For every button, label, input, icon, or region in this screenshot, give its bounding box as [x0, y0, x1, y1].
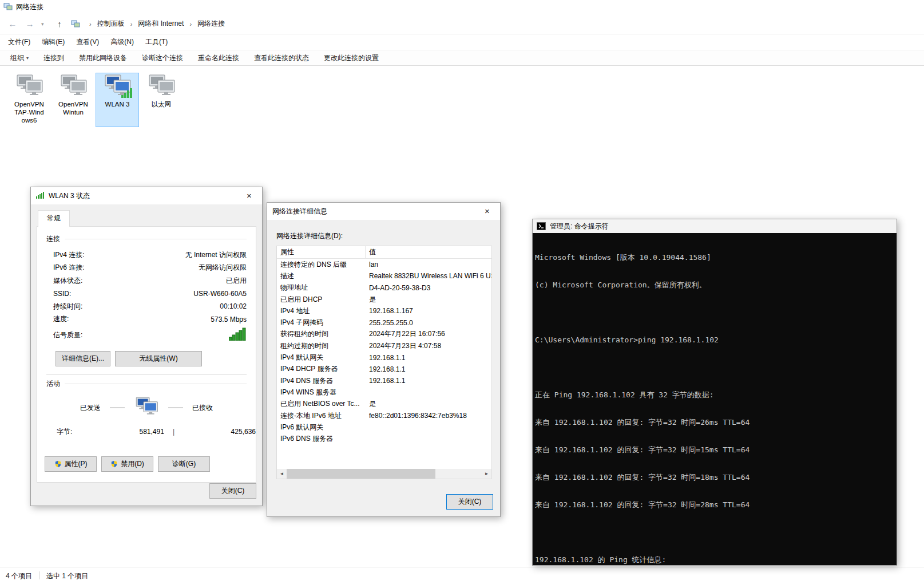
command-prompt-window: 管理员: 命令提示符 Microsoft Windows [版本 10.0.19… — [532, 219, 897, 566]
wlan-status-dialog: WLAN 3 状态 × 常规 连接 IPv4 连接: 无 Internet 访问… — [30, 187, 263, 506]
row-label: IPv4 连接: — [53, 250, 85, 260]
console-line: 来自 192.168.1.102 的回复: 字节=32 时间=18ms TTL=… — [535, 473, 897, 482]
scroll-right-icon[interactable]: ► — [482, 469, 491, 479]
detail-row-physical-address[interactable]: 物理地址D4-AD-20-59-38-D3 — [277, 282, 491, 294]
breadcrumb-control-panel[interactable]: 控制面板 — [96, 18, 126, 30]
menu-advanced[interactable]: 高级(N) — [110, 37, 134, 47]
activity-row: 已发送 已接收 — [37, 394, 256, 421]
detail-row-subnet-mask[interactable]: IPv4 子网掩码255.255.255.0 — [277, 317, 491, 328]
tab-strip: 常规 — [37, 210, 256, 227]
adapter-ethernet[interactable]: 以太网 — [140, 73, 183, 127]
detail-row-description[interactable]: 描述Realtek 8832BU Wireless LAN WiFi 6 US — [277, 270, 491, 282]
diagnose-label: 诊断(G) — [172, 459, 196, 469]
signal-bars-icon — [36, 191, 45, 200]
close-icon[interactable]: × — [236, 187, 262, 204]
disable-button[interactable]: 禁用(D) — [101, 456, 153, 472]
tab-general[interactable]: 常规 — [38, 210, 70, 227]
scrollbar-thumb[interactable] — [287, 469, 435, 479]
adapter-wlan3[interactable]: WLAN 3 — [96, 73, 138, 127]
console-line: 正在 Ping 192.168.1.102 具有 32 字节的数据: — [535, 390, 897, 400]
detail-property: IPv6 默认网关 — [277, 423, 366, 432]
detail-row-dns-suffix[interactable]: 连接特定的 DNS 后缀lan — [277, 259, 491, 270]
scroll-left-icon[interactable]: ◄ — [277, 469, 287, 479]
back-button[interactable]: ← — [7, 19, 18, 29]
detail-row-lease-expires[interactable]: 租约过期的时间2024年7月23日 4:07:58 — [277, 340, 491, 352]
change-connection-settings-button[interactable]: 更改此连接的设置 — [324, 53, 379, 63]
breadcrumb-network-connections[interactable]: 网络连接 — [196, 18, 226, 30]
column-property[interactable]: 属性 — [277, 246, 366, 259]
wlan-general-page: 连接 IPv4 连接: 无 Internet 访问权限 IPv6 连接: 无网络… — [37, 226, 256, 483]
detail-row-linklocal-ipv6[interactable]: 连接-本地 IPv6 地址fe80::2d01:1396:8342:7eb3%1… — [277, 410, 491, 421]
column-value[interactable]: 值 — [366, 246, 491, 259]
diagnose-button[interactable]: 诊断(G) — [158, 456, 210, 472]
properties-button[interactable]: 属性(P) — [45, 456, 97, 472]
connection-group-label: 连接 — [46, 234, 60, 244]
horizontal-scrollbar[interactable]: ◄ ► — [277, 469, 491, 479]
dialog-title: 网络连接详细信息 — [272, 207, 327, 216]
wlan-close-button[interactable]: 关闭(C) — [209, 483, 256, 499]
console-output[interactable]: Microsoft Windows [版本 10.0.19044.1586] (… — [533, 233, 897, 565]
bytes-received-value: 425,636 — [183, 428, 256, 436]
connect-to-button[interactable]: 连接到 — [43, 53, 64, 63]
detail-property: 连接-本地 IPv6 地址 — [277, 411, 366, 421]
detail-value: 192.168.1.1 — [366, 377, 491, 385]
detail-row-ipv6-gateway[interactable]: IPv6 默认网关 — [277, 421, 491, 433]
details-button[interactable]: 详细信息(E)... — [55, 351, 110, 366]
disable-device-button[interactable]: 禁用此网络设备 — [79, 53, 127, 63]
detail-property: 获得租约的时间 — [277, 329, 366, 339]
detail-value: 255.255.255.0 — [366, 319, 491, 327]
detail-property: IPv4 DHCP 服务器 — [277, 364, 366, 374]
address-location-icon — [71, 19, 80, 29]
menu-tools[interactable]: 工具(T) — [145, 37, 168, 47]
detail-row-lease-obtained[interactable]: 获得租约的时间2024年7月22日 16:07:56 — [277, 329, 491, 340]
window-titlebar: 网络连接 — [0, 0, 924, 14]
details-field-label: 网络连接详细信息(D): — [276, 231, 500, 241]
detail-row-ipv4-address[interactable]: IPv4 地址192.168.1.167 — [277, 305, 491, 317]
scrollbar-track[interactable] — [287, 469, 482, 479]
disable-label: 禁用(D) — [121, 459, 144, 469]
detail-property: IPv4 DNS 服务器 — [277, 376, 366, 386]
adapter-openvpn-wintun[interactable]: OpenVPNWintun — [52, 73, 94, 127]
menu-view[interactable]: 查看(V) — [76, 37, 99, 47]
row-label: IPv6 连接: — [53, 263, 85, 273]
detail-value: lan — [366, 261, 491, 269]
detail-row-dhcp-enabled[interactable]: 已启用 DHCP是 — [277, 294, 491, 305]
detail-row-netbios[interactable]: 已启用 NetBIOS over Tc...是 — [277, 398, 491, 410]
detail-row-dhcp-server[interactable]: IPv4 DHCP 服务器192.168.1.1 — [277, 364, 491, 375]
adapter-openvpn-tap[interactable]: OpenVPNTAP-Windows6 — [8, 73, 50, 127]
network-adapter-disabled-icon — [14, 92, 44, 100]
adapter-label: WLAN 3 — [96, 100, 138, 108]
sent-label: 已发送 — [80, 403, 101, 413]
close-icon[interactable]: × — [474, 203, 500, 219]
row-value: 00:10:02 — [220, 302, 247, 310]
detail-value: D4-AD-20-59-38-D3 — [366, 284, 491, 292]
rename-connection-button[interactable]: 重命名此连接 — [198, 53, 239, 63]
detail-value: 192.168.1.167 — [366, 307, 491, 315]
ssid-row: SSID: USR-W660-60A5 — [37, 287, 256, 301]
command-bar: 组织 ▾ 连接到 禁用此网络设备 诊断这个连接 重命名此连接 查看此连接的状态 … — [0, 50, 924, 66]
wireless-properties-button[interactable]: 无线属性(W) — [115, 351, 202, 366]
menu-file[interactable]: 文件(F) — [8, 37, 30, 47]
diagnose-connection-button[interactable]: 诊断这个连接 — [142, 53, 183, 63]
ethernet-adapter-icon — [146, 92, 176, 100]
up-button[interactable]: ↑ — [54, 19, 65, 29]
console-line — [535, 363, 897, 372]
connection-details-dialog: 网络连接详细信息 × 网络连接详细信息(D): 属性 值 连接特定的 DNS 后… — [267, 202, 501, 517]
organize-button[interactable]: 组织 ▾ — [10, 53, 29, 63]
detail-row-wins-server[interactable]: IPv4 WINS 服务器 — [277, 386, 491, 398]
detail-row-dns-server[interactable]: IPv4 DNS 服务器192.168.1.1 — [277, 375, 491, 386]
computer-activity-icon — [134, 397, 159, 419]
details-close-button[interactable]: 关闭(C) — [446, 494, 493, 510]
menu-edit[interactable]: 编辑(E) — [42, 37, 65, 47]
breadcrumb-network-internet[interactable]: 网络和 Internet — [137, 18, 185, 30]
view-connection-status-button[interactable]: 查看此连接的状态 — [254, 53, 309, 63]
forward-button[interactable]: → — [24, 19, 35, 29]
detail-row-ipv6-dns[interactable]: IPv6 DNS 服务器 — [277, 433, 491, 444]
detail-row-ipv4-gateway[interactable]: IPv4 默认网关192.168.1.1 — [277, 352, 491, 363]
detail-value: Realtek 8832BU Wireless LAN WiFi 6 US — [366, 272, 491, 280]
history-dropdown-icon[interactable]: ▾ — [41, 21, 48, 27]
duration-row: 持续时间: 00:10:02 — [37, 300, 256, 313]
row-label: 媒体状态: — [53, 276, 82, 286]
network-connections-icon — [3, 2, 13, 11]
detail-value: 2024年7月23日 4:07:58 — [366, 341, 491, 351]
